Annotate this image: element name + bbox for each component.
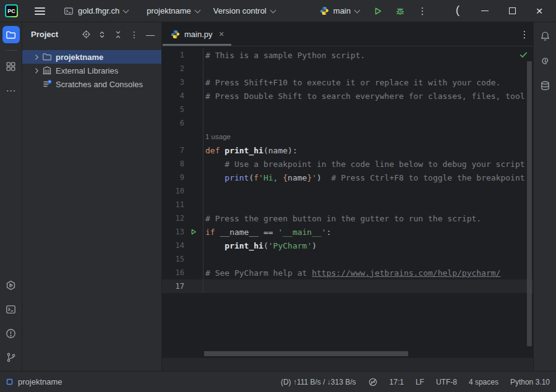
more-actions-button[interactable]: ⋮ (414, 2, 431, 20)
gutter[interactable]: 2 (162, 62, 203, 75)
code-line[interactable]: 7def print_hi(name): (162, 143, 533, 157)
gutter[interactable]: 17 (162, 279, 203, 293)
gutter[interactable]: 4 (162, 89, 203, 103)
version-control-tool-button[interactable] (2, 349, 20, 366)
line-number[interactable]: 15 (162, 255, 184, 263)
debug-button[interactable] (391, 2, 409, 20)
window-shade-button[interactable]: ( (447, 2, 468, 20)
remote-host-dropdown[interactable]: gold.fhgr.ch (59, 4, 133, 19)
code-line[interactable]: 12# Press the green button in the gutter… (162, 211, 533, 225)
gutter[interactable]: 13 (162, 225, 203, 239)
code-line[interactable]: 6 (162, 116, 533, 130)
gutter[interactable]: 11 (162, 198, 203, 211)
vcs-dropdown[interactable]: Version control (208, 4, 280, 18)
structure-tool-button[interactable] (2, 58, 20, 75)
tree-item-projektname[interactable]: projektname (22, 50, 161, 64)
panel-options-button[interactable]: ⋮ (127, 27, 142, 42)
gutter[interactable]: 8 (162, 157, 203, 171)
tree-item-external-libraries[interactable]: External Libraries (22, 64, 161, 77)
gutter[interactable]: 14 (162, 239, 203, 252)
main-menu-button[interactable] (30, 2, 49, 20)
line-number[interactable]: 14 (162, 241, 184, 250)
problems-tool-button[interactable] (2, 325, 20, 342)
indent-style[interactable]: 4 spaces (469, 378, 498, 386)
line-separator[interactable]: LF (416, 378, 424, 386)
line-number[interactable]: 2 (162, 64, 184, 73)
line-number[interactable]: 12 (162, 214, 184, 223)
code-line[interactable]: 2 (162, 62, 533, 75)
gutter[interactable]: 3 (162, 75, 203, 89)
gutter[interactable] (162, 130, 203, 143)
line-number[interactable]: 1 (162, 51, 184, 59)
usage-inlay-row[interactable]: 1 usage (162, 130, 533, 143)
project-tool-button[interactable] (2, 26, 20, 43)
close-button[interactable]: ✕ (529, 2, 550, 20)
gutter[interactable]: 12 (162, 211, 203, 225)
line-number[interactable]: 13 (162, 228, 184, 236)
tree-chevron-icon[interactable] (31, 67, 42, 74)
code-line[interactable]: 16# See PyCharm help at https://www.jetb… (162, 266, 533, 279)
code-editor[interactable]: 1# This is a sample Python script.23# Pr… (162, 46, 533, 357)
tab-main-py[interactable]: main.py ✕ (162, 22, 232, 46)
notifications-button[interactable] (536, 27, 554, 45)
highlighting-eye-icon[interactable] (368, 377, 378, 387)
line-number[interactable]: 10 (162, 187, 184, 195)
line-number[interactable]: 4 (162, 92, 184, 100)
line-number[interactable]: 16 (162, 268, 184, 277)
more-tool-windows-button[interactable]: ⋯ (2, 82, 20, 99)
locate-file-button[interactable] (79, 27, 93, 42)
gutter[interactable]: 7 (162, 143, 203, 157)
gutter[interactable]: 6 (162, 116, 203, 130)
maximize-button[interactable] (502, 2, 523, 20)
gutter[interactable]: 15 (162, 252, 203, 266)
python-interpreter[interactable]: Python 3.10 (510, 378, 550, 386)
line-number[interactable]: 9 (162, 173, 184, 182)
ai-assistant-button[interactable] (536, 52, 554, 69)
expand-all-button[interactable] (95, 27, 109, 42)
code-line[interactable]: 11 (162, 198, 533, 211)
terminal-tool-button[interactable] (2, 300, 20, 318)
services-tool-button[interactable] (2, 276, 20, 294)
line-number[interactable]: 5 (162, 105, 184, 114)
close-tab-icon[interactable]: ✕ (219, 30, 225, 38)
line-number[interactable]: 3 (162, 78, 184, 87)
status-project-widget[interactable]: projektname (6, 377, 62, 386)
gutter[interactable]: 9 (162, 171, 203, 184)
line-number[interactable]: 6 (162, 119, 184, 127)
code-line[interactable]: 3# Press Shift+F10 to execute it or repl… (162, 75, 533, 89)
inspection-ok-icon[interactable] (519, 50, 528, 59)
run-button[interactable] (369, 2, 387, 20)
tree-item-scratches-and-consoles[interactable]: Scratches and Consoles (22, 77, 161, 91)
code-line[interactable]: 8 # Use a breakpoint in the code line be… (162, 157, 533, 171)
code-line[interactable]: 1# This is a sample Python script. (162, 48, 533, 62)
code-line[interactable]: 5 (162, 103, 533, 116)
code-line[interactable]: 9 print(f'Hi, {name}') # Press Ctrl+F8 t… (162, 171, 533, 184)
code-line[interactable]: 13if __name__ == '__main__': (162, 225, 533, 239)
vertical-scrollbar[interactable] (527, 61, 532, 346)
network-speed[interactable]: (D) ↑111 B/s / ↓313 B/s (281, 378, 356, 386)
database-tool-button[interactable] (536, 77, 554, 94)
line-number[interactable]: 8 (162, 160, 184, 168)
line-number[interactable]: 11 (162, 200, 184, 209)
horizontal-scrollbar[interactable] (204, 351, 408, 356)
gutter[interactable]: 5 (162, 103, 203, 116)
caret-position[interactable]: 17:1 (390, 378, 404, 386)
editor-options-button[interactable]: ⋮ (516, 25, 533, 43)
gutter[interactable]: 10 (162, 184, 203, 198)
gutter[interactable]: 16 (162, 266, 203, 279)
code-line[interactable]: 4# Press Double Shift to search everywhe… (162, 89, 533, 103)
line-number[interactable]: 7 (162, 146, 184, 155)
collapse-all-button[interactable] (111, 27, 126, 42)
run-config-dropdown[interactable]: main (315, 4, 364, 18)
hide-panel-button[interactable]: — (143, 27, 158, 42)
minimize-button[interactable] (474, 2, 495, 20)
line-number[interactable]: 17 (162, 282, 184, 291)
file-encoding[interactable]: UTF-8 (436, 378, 457, 386)
code-line[interactable]: 14 print_hi('PyCharm') (162, 239, 533, 252)
tree-chevron-icon[interactable] (31, 54, 42, 61)
code-line[interactable]: 10 (162, 184, 533, 198)
code-line[interactable]: 17 (162, 279, 533, 293)
usage-inlay[interactable]: 1 usage (205, 133, 231, 140)
code-line[interactable]: 15 (162, 252, 533, 266)
gutter[interactable]: 1 (162, 48, 203, 62)
